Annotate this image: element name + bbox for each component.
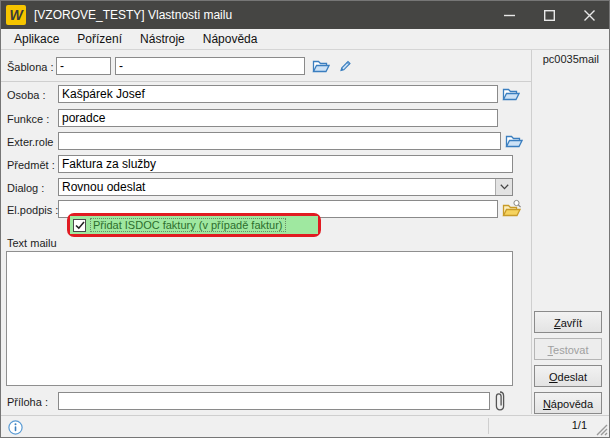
minimize-button[interactable] xyxy=(489,1,529,29)
pencil-icon xyxy=(337,58,353,74)
titlebar[interactable]: W [VZOROVE_TESTY] Vlastnosti mailu xyxy=(1,1,609,29)
napoveda-button[interactable]: Nápověda xyxy=(534,392,602,414)
open-folder-icon xyxy=(502,86,520,102)
menu-napoveda[interactable]: Nápověda xyxy=(194,30,267,48)
osoba-open-button[interactable] xyxy=(501,85,521,103)
priloha-label: Příloha : xyxy=(7,396,48,408)
isdoc-checkbox-row[interactable]: Přidat ISDOC faktury (v případě faktur) xyxy=(70,216,318,234)
resize-grip[interactable] xyxy=(596,424,608,436)
maximize-icon xyxy=(544,10,555,21)
text-mailu-label: Text mailu xyxy=(7,237,57,249)
info-icon xyxy=(8,420,23,435)
maximize-button[interactable] xyxy=(529,1,569,29)
open-folder-icon xyxy=(312,58,330,74)
funkce-input[interactable] xyxy=(58,109,498,127)
testovat-button[interactable]: Testovat xyxy=(534,338,602,360)
checkmark-icon xyxy=(75,221,85,230)
predmet-input[interactable] xyxy=(58,155,513,173)
minimize-icon xyxy=(504,10,515,21)
odeslat-button[interactable]: Odeslat xyxy=(534,365,602,387)
page-indicator: 1/1 xyxy=(572,419,587,431)
osoba-input[interactable] xyxy=(58,85,498,103)
funkce-label: Funkce : xyxy=(7,113,49,125)
text-mailu-textarea[interactable] xyxy=(6,251,513,386)
osoba-label: Osoba : xyxy=(7,89,46,101)
dialog-selected-value: Rovnou odeslat xyxy=(62,180,145,194)
menu-aplikace[interactable]: Aplikace xyxy=(5,30,68,48)
chevron-down-icon xyxy=(500,184,509,190)
el-podpis-browse-button[interactable] xyxy=(501,198,522,218)
sablona-edit-button[interactable] xyxy=(335,57,355,75)
exter-role-input[interactable] xyxy=(58,132,501,150)
section-separator xyxy=(1,81,531,82)
dialog-combobox[interactable]: Rovnou odeslat xyxy=(58,178,513,196)
folder-search-icon xyxy=(502,199,522,218)
zavrit-button[interactable]: Zavřít xyxy=(534,311,602,333)
status-info-button[interactable] xyxy=(7,419,23,435)
predmet-label: Předmět : xyxy=(7,159,55,171)
priloha-attach-button[interactable] xyxy=(493,389,507,413)
machine-name-label: pc0035mail xyxy=(543,53,599,65)
window-title: [VZOROVE_TESTY] Vlastnosti mailu xyxy=(34,8,232,22)
status-bar: 1/1 xyxy=(1,415,609,437)
exter-role-label: Exter.role xyxy=(7,136,53,148)
menubar: Aplikace Pořízení Nástroje Nápověda xyxy=(1,29,609,50)
sablona-code-input[interactable] xyxy=(56,57,111,75)
panel-separator xyxy=(531,50,532,414)
app-logo: W xyxy=(6,5,26,25)
isdoc-checkbox-label: Přidat ISDOC faktury (v případě faktur) xyxy=(90,218,286,232)
el-podpis-label: El.podpis : xyxy=(7,204,58,216)
menu-porizeni[interactable]: Pořízení xyxy=(68,30,131,48)
paperclip-icon xyxy=(494,390,506,412)
isdoc-checkbox[interactable] xyxy=(73,219,86,232)
annotation-highlight-box: Přidat ISDOC faktury (v případě faktur) xyxy=(67,213,321,237)
status-separator xyxy=(488,418,489,434)
sablona-name-input[interactable] xyxy=(115,57,305,75)
close-icon xyxy=(584,10,595,21)
dialog-dropdown-button[interactable] xyxy=(495,179,512,195)
mail-properties-dialog: W [VZOROVE_TESTY] Vlastnosti mailu Aplik… xyxy=(0,0,610,438)
priloha-input[interactable] xyxy=(58,392,490,410)
sablona-open-button[interactable] xyxy=(311,57,331,75)
dialog-label: Dialog : xyxy=(7,182,44,194)
menu-nastroje[interactable]: Nástroje xyxy=(131,30,194,48)
exter-role-open-button[interactable] xyxy=(504,132,524,150)
close-button[interactable] xyxy=(569,1,609,29)
open-folder-icon xyxy=(505,133,523,149)
sablona-label: Šablona : xyxy=(7,61,53,73)
